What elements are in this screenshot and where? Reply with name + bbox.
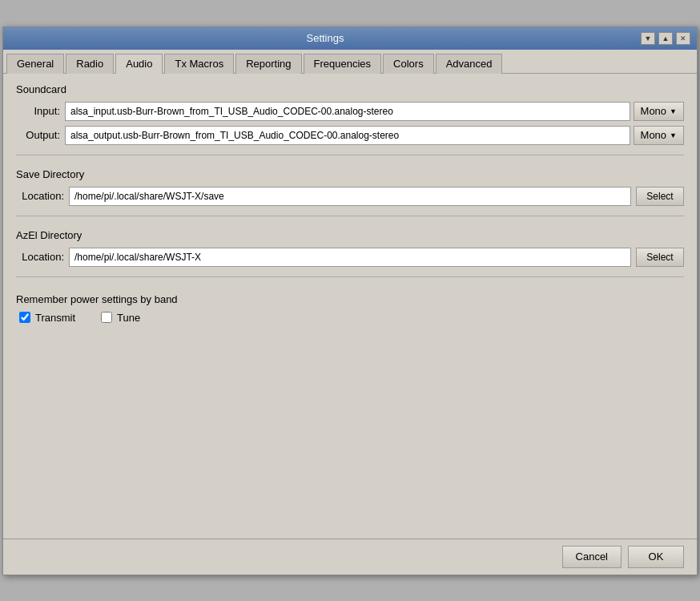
input-device-field[interactable] — [65, 102, 630, 121]
cancel-button[interactable]: Cancel — [562, 546, 622, 568]
save-location-row: Location: Select — [16, 187, 684, 206]
save-select-button[interactable]: Select — [636, 187, 684, 206]
azel-location-label: Location: — [16, 251, 64, 263]
save-location-label: Location: — [16, 190, 64, 202]
tune-checkbox[interactable] — [101, 312, 112, 323]
remember-power-label: Remember power settings by band — [16, 293, 684, 305]
output-label: Output: — [16, 129, 60, 141]
window-title: Settings — [10, 32, 641, 44]
output-device-field[interactable] — [65, 126, 630, 145]
divider-1 — [16, 155, 684, 155]
divider-2 — [16, 216, 684, 216]
azel-directory-label: AzEl Directory — [16, 229, 684, 241]
tune-label: Tune — [117, 312, 140, 324]
tab-frequencies[interactable]: Frequencies — [304, 54, 382, 74]
save-directory-label: Save Directory — [16, 168, 684, 180]
tab-general[interactable]: General — [6, 54, 64, 74]
checkbox-group: Transmit Tune — [19, 312, 684, 324]
transmit-checkbox[interactable] — [19, 312, 30, 323]
input-channel-label: Mono — [641, 105, 667, 117]
output-row: Output: Mono ▼ — [16, 126, 684, 145]
input-combo-container: Mono ▼ — [65, 102, 684, 121]
output-dropdown-btn[interactable]: Mono ▼ — [634, 126, 684, 145]
minimize-button[interactable]: ▼ — [641, 32, 655, 45]
tab-tx-macros[interactable]: Tx Macros — [164, 54, 234, 74]
tab-advanced[interactable]: Advanced — [436, 54, 503, 74]
ok-button[interactable]: OK — [628, 546, 684, 568]
content-area: Soundcard Input: Mono ▼ Output: Mono ▼ — [3, 74, 697, 538]
output-combo-container: Mono ▼ — [65, 126, 684, 145]
input-label: Input: — [16, 105, 60, 117]
tab-reporting[interactable]: Reporting — [235, 54, 301, 74]
transmit-checkbox-item[interactable]: Transmit — [19, 312, 75, 324]
titlebar: Settings ▼ ▲ ✕ — [3, 27, 697, 50]
input-arrow-icon: ▼ — [670, 107, 677, 115]
save-directory-section: Save Directory Location: Select — [16, 168, 684, 206]
window-controls: ▼ ▲ ✕ — [641, 32, 690, 45]
output-channel-label: Mono — [641, 129, 667, 141]
soundcard-label: Soundcard — [16, 83, 684, 95]
output-arrow-icon: ▼ — [670, 131, 677, 139]
azel-select-button[interactable]: Select — [636, 248, 684, 267]
save-location-field[interactable] — [69, 187, 631, 206]
divider-3 — [16, 276, 684, 277]
tab-colors[interactable]: Colors — [383, 54, 434, 74]
input-row: Input: Mono ▼ — [16, 102, 684, 121]
tab-audio[interactable]: Audio — [115, 54, 163, 74]
transmit-label: Transmit — [35, 312, 75, 324]
tune-checkbox-item[interactable]: Tune — [101, 312, 140, 324]
azel-location-row: Location: Select — [16, 248, 684, 267]
bottom-bar: Cancel OK — [3, 538, 697, 575]
azel-directory-section: AzEl Directory Location: Select — [16, 229, 684, 267]
settings-window: Settings ▼ ▲ ✕ General Radio Audio Tx Ma… — [2, 26, 698, 575]
tab-bar: General Radio Audio Tx Macros Reporting … — [3, 50, 697, 74]
input-dropdown-btn[interactable]: Mono ▼ — [634, 102, 684, 121]
azel-location-field[interactable] — [69, 248, 631, 267]
close-button[interactable]: ✕ — [676, 32, 690, 45]
remember-power-section: Remember power settings by band Transmit… — [16, 293, 684, 324]
tab-radio[interactable]: Radio — [66, 54, 114, 74]
restore-button[interactable]: ▲ — [658, 32, 673, 45]
